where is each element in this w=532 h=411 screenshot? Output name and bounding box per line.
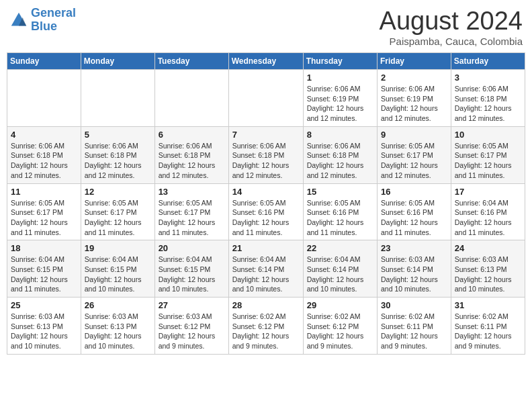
day-info: Sunrise: 6:04 AMSunset: 6:16 PMDaylight:…	[455, 198, 521, 238]
day-number: 14	[232, 187, 300, 197]
calendar-cell: 3Sunrise: 6:06 AMSunset: 6:18 PMDaylight…	[451, 70, 525, 127]
day-info: Sunrise: 6:03 AMSunset: 6:13 PMDaylight:…	[455, 255, 521, 294]
day-number: 5	[85, 130, 151, 140]
day-number: 29	[307, 300, 373, 310]
calendar-cell: 26Sunrise: 6:03 AMSunset: 6:13 PMDayligh…	[81, 298, 154, 355]
calendar-cell: 18Sunrise: 6:04 AMSunset: 6:15 PMDayligh…	[7, 240, 81, 298]
calendar-cell: 4Sunrise: 6:06 AMSunset: 6:18 PMDaylight…	[7, 126, 81, 183]
calendar-cell	[228, 70, 303, 127]
day-info: Sunrise: 6:06 AMSunset: 6:19 PMDaylight:…	[307, 84, 373, 124]
day-info: Sunrise: 6:06 AMSunset: 6:18 PMDaylight:…	[307, 141, 373, 181]
calendar-cell	[81, 70, 154, 127]
day-info: Sunrise: 6:05 AMSunset: 6:17 PMDaylight:…	[11, 198, 77, 238]
calendar-cell: 7Sunrise: 6:06 AMSunset: 6:18 PMDaylight…	[228, 126, 303, 183]
day-info: Sunrise: 6:06 AMSunset: 6:18 PMDaylight:…	[11, 141, 77, 181]
day-info: Sunrise: 6:06 AMSunset: 6:19 PMDaylight:…	[381, 84, 447, 124]
day-info: Sunrise: 6:04 AMSunset: 6:15 PMDaylight:…	[85, 255, 151, 294]
location: Paispamba, Cauca, Colombia	[380, 36, 523, 47]
day-number: 8	[307, 130, 373, 140]
day-number: 30	[381, 300, 447, 310]
day-number: 11	[11, 187, 77, 197]
page-header: General Blue August 2024 Paispamba, Cauc…	[7, 7, 525, 47]
day-info: Sunrise: 6:06 AMSunset: 6:18 PMDaylight:…	[455, 84, 521, 124]
day-number: 1	[307, 73, 373, 83]
day-number: 2	[381, 73, 447, 83]
day-info: Sunrise: 6:03 AMSunset: 6:13 PMDaylight:…	[11, 312, 77, 351]
calendar-cell: 22Sunrise: 6:04 AMSunset: 6:14 PMDayligh…	[303, 240, 377, 298]
calendar-cell: 30Sunrise: 6:02 AMSunset: 6:11 PMDayligh…	[378, 298, 451, 355]
weekday-header: Tuesday	[154, 53, 228, 70]
calendar-cell: 14Sunrise: 6:05 AMSunset: 6:16 PMDayligh…	[228, 183, 303, 240]
day-info: Sunrise: 6:04 AMSunset: 6:15 PMDaylight:…	[11, 255, 77, 294]
day-number: 24	[455, 243, 521, 253]
calendar-cell: 15Sunrise: 6:05 AMSunset: 6:16 PMDayligh…	[303, 183, 377, 240]
calendar-week-row: 11Sunrise: 6:05 AMSunset: 6:17 PMDayligh…	[7, 183, 525, 240]
calendar-cell: 10Sunrise: 6:05 AMSunset: 6:17 PMDayligh…	[451, 126, 525, 183]
day-info: Sunrise: 6:04 AMSunset: 6:14 PMDaylight:…	[307, 255, 373, 294]
day-number: 6	[159, 130, 225, 140]
day-number: 25	[11, 300, 77, 310]
calendar-week-row: 1Sunrise: 6:06 AMSunset: 6:19 PMDaylight…	[7, 70, 525, 127]
day-number: 3	[455, 73, 521, 83]
calendar-cell: 31Sunrise: 6:02 AMSunset: 6:11 PMDayligh…	[451, 298, 525, 355]
day-number: 28	[232, 300, 300, 310]
day-info: Sunrise: 6:02 AMSunset: 6:12 PMDaylight:…	[232, 312, 300, 351]
calendar-cell	[154, 70, 228, 127]
day-number: 15	[307, 187, 373, 197]
day-info: Sunrise: 6:05 AMSunset: 6:17 PMDaylight:…	[85, 198, 151, 238]
weekday-header: Friday	[378, 53, 451, 70]
day-info: Sunrise: 6:04 AMSunset: 6:14 PMDaylight:…	[232, 255, 300, 294]
day-info: Sunrise: 6:06 AMSunset: 6:18 PMDaylight:…	[85, 141, 151, 181]
day-number: 17	[455, 187, 521, 197]
day-info: Sunrise: 6:05 AMSunset: 6:17 PMDaylight:…	[455, 141, 521, 181]
day-number: 12	[85, 187, 151, 197]
calendar-cell: 23Sunrise: 6:03 AMSunset: 6:14 PMDayligh…	[378, 240, 451, 298]
day-info: Sunrise: 6:03 AMSunset: 6:13 PMDaylight:…	[85, 312, 151, 351]
calendar-body: 1Sunrise: 6:06 AMSunset: 6:19 PMDaylight…	[7, 70, 525, 355]
logo: General Blue	[9, 7, 76, 34]
calendar-cell	[7, 70, 81, 127]
day-number: 7	[232, 130, 300, 140]
calendar-cell: 12Sunrise: 6:05 AMSunset: 6:17 PMDayligh…	[81, 183, 154, 240]
calendar-week-row: 4Sunrise: 6:06 AMSunset: 6:18 PMDaylight…	[7, 126, 525, 183]
day-info: Sunrise: 6:04 AMSunset: 6:15 PMDaylight:…	[159, 255, 225, 294]
day-info: Sunrise: 6:05 AMSunset: 6:16 PMDaylight:…	[232, 198, 300, 238]
day-info: Sunrise: 6:03 AMSunset: 6:12 PMDaylight:…	[159, 312, 225, 351]
calendar-cell: 17Sunrise: 6:04 AMSunset: 6:16 PMDayligh…	[451, 183, 525, 240]
weekday-header: Sunday	[7, 53, 81, 70]
calendar-cell: 6Sunrise: 6:06 AMSunset: 6:18 PMDaylight…	[154, 126, 228, 183]
day-number: 21	[232, 243, 300, 253]
day-info: Sunrise: 6:05 AMSunset: 6:17 PMDaylight:…	[159, 198, 225, 238]
calendar-cell: 11Sunrise: 6:05 AMSunset: 6:17 PMDayligh…	[7, 183, 81, 240]
day-info: Sunrise: 6:06 AMSunset: 6:18 PMDaylight:…	[159, 141, 225, 181]
calendar-header-row: SundayMondayTuesdayWednesdayThursdayFrid…	[7, 53, 525, 70]
calendar-week-row: 18Sunrise: 6:04 AMSunset: 6:15 PMDayligh…	[7, 240, 525, 298]
weekday-header: Saturday	[451, 53, 525, 70]
title-block: August 2024 Paispamba, Cauca, Colombia	[380, 7, 523, 47]
calendar-cell: 24Sunrise: 6:03 AMSunset: 6:13 PMDayligh…	[451, 240, 525, 298]
calendar-cell: 13Sunrise: 6:05 AMSunset: 6:17 PMDayligh…	[154, 183, 228, 240]
day-info: Sunrise: 6:06 AMSunset: 6:18 PMDaylight:…	[232, 141, 300, 181]
calendar-cell: 5Sunrise: 6:06 AMSunset: 6:18 PMDaylight…	[81, 126, 154, 183]
day-number: 31	[455, 300, 521, 310]
day-info: Sunrise: 6:02 AMSunset: 6:11 PMDaylight:…	[381, 312, 447, 351]
calendar-week-row: 25Sunrise: 6:03 AMSunset: 6:13 PMDayligh…	[7, 298, 525, 355]
calendar-cell: 16Sunrise: 6:05 AMSunset: 6:16 PMDayligh…	[378, 183, 451, 240]
day-number: 27	[159, 300, 225, 310]
calendar-cell: 19Sunrise: 6:04 AMSunset: 6:15 PMDayligh…	[81, 240, 154, 298]
calendar-cell: 21Sunrise: 6:04 AMSunset: 6:14 PMDayligh…	[228, 240, 303, 298]
day-number: 4	[11, 130, 77, 140]
day-number: 20	[159, 243, 225, 253]
day-info: Sunrise: 6:05 AMSunset: 6:16 PMDaylight:…	[307, 198, 373, 238]
day-info: Sunrise: 6:02 AMSunset: 6:11 PMDaylight:…	[455, 312, 521, 351]
logo-text: General Blue	[31, 7, 76, 34]
day-number: 22	[307, 243, 373, 253]
calendar-cell: 1Sunrise: 6:06 AMSunset: 6:19 PMDaylight…	[303, 70, 377, 127]
calendar-table: SundayMondayTuesdayWednesdayThursdayFrid…	[7, 52, 525, 355]
calendar-cell: 28Sunrise: 6:02 AMSunset: 6:12 PMDayligh…	[228, 298, 303, 355]
weekday-header: Thursday	[303, 53, 377, 70]
day-number: 16	[381, 187, 447, 197]
day-info: Sunrise: 6:05 AMSunset: 6:16 PMDaylight:…	[381, 198, 447, 238]
calendar-cell: 8Sunrise: 6:06 AMSunset: 6:18 PMDaylight…	[303, 126, 377, 183]
day-info: Sunrise: 6:03 AMSunset: 6:14 PMDaylight:…	[381, 255, 447, 294]
